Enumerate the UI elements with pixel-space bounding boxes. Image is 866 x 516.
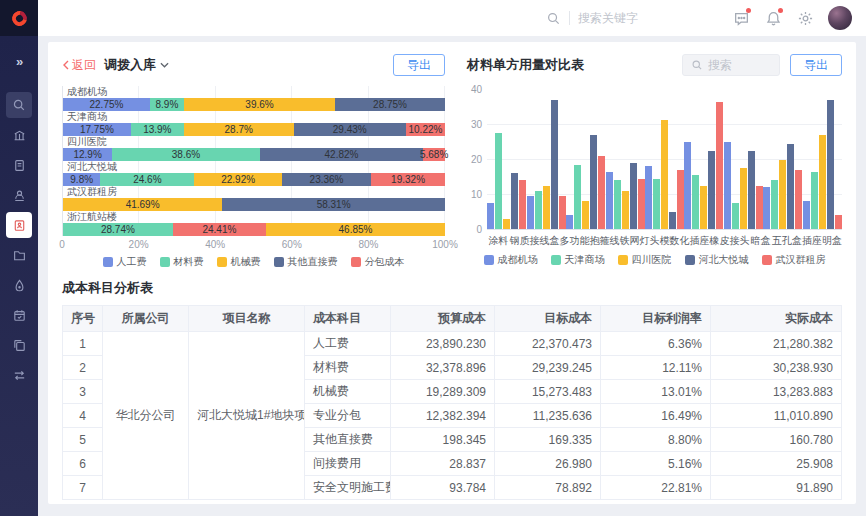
bar-河北大悦城	[669, 212, 676, 229]
building-icon	[12, 128, 27, 143]
bar-segment-材料费: 8.9%	[150, 98, 184, 111]
legend-item-武汉群租房[interactable]: 武汉群租房	[762, 253, 826, 267]
bar-天津商场	[574, 165, 581, 229]
sidebar-item-company[interactable]	[6, 122, 32, 148]
bar-segment-人工费: 17.75%	[63, 123, 131, 136]
legend-swatch	[762, 255, 772, 265]
cell-company: 华北分公司	[103, 332, 189, 500]
legend-item-材料费[interactable]: 材料费	[160, 255, 204, 269]
segment-value-label: 28.7%	[225, 124, 253, 135]
x-category-label: 多功能抱箍线	[560, 234, 620, 247]
bar-武汉群租房	[519, 180, 526, 229]
category-label: 成都机场	[63, 86, 445, 97]
bar-四川医院	[700, 186, 707, 229]
sidebar-item-files[interactable]	[6, 242, 32, 268]
sidebar-item-copies[interactable]	[6, 332, 32, 358]
segment-value-label: 24.41%	[202, 224, 236, 235]
category-label: 浙江航站楼	[63, 211, 445, 222]
legend-item-天津商场[interactable]: 天津商场	[551, 253, 605, 267]
stacked-bar-plot: 成都机场22.75%8.9%39.6%28.75%天津商场17.75%13.9%…	[62, 86, 445, 236]
cost-table-section: 成本科目分析表 序号所属公司项目名称成本科目预算成本目标成本目标利润率实际成本 …	[62, 279, 842, 500]
search-icon[interactable]	[546, 11, 561, 26]
legend-item-成都机场[interactable]: 成都机场	[484, 253, 538, 267]
segment-value-label: 22.75%	[89, 99, 123, 110]
bar-segment-分包成本: 5.68%	[423, 148, 445, 161]
x-tick-label: 20%	[129, 239, 149, 250]
legend-label: 材料费	[174, 255, 204, 269]
bar-segment-其他直接费: 42.82%	[260, 148, 424, 161]
bar-成都机场	[645, 166, 652, 229]
segment-value-label: 39.6%	[245, 99, 273, 110]
bar-四川医院	[779, 160, 786, 230]
cell-actual: 160.780	[711, 428, 842, 452]
expand-icon[interactable]: »	[6, 48, 32, 74]
gear-icon[interactable]	[794, 7, 816, 29]
stacked-bar: 22.75%8.9%39.6%28.75%	[63, 98, 445, 111]
stacked-bar-row: 四川医院12.9%38.6%42.82%5.68%	[63, 136, 445, 161]
global-search-input[interactable]	[578, 11, 674, 25]
user-avatar[interactable]	[828, 6, 852, 30]
sidebar-item-materials[interactable]	[6, 272, 32, 298]
legend-label: 天津商场	[565, 253, 605, 267]
segment-value-label: 8.9%	[155, 99, 178, 110]
bell-icon[interactable]	[762, 7, 784, 29]
bar-segment-机械费: 28.7%	[184, 123, 294, 136]
back-link[interactable]: 返回	[62, 57, 96, 74]
bar-group-插座明盒	[803, 90, 842, 229]
sidebar-item-users[interactable]	[6, 182, 32, 208]
cell-margin: 12.11%	[601, 356, 711, 380]
sidebar-item-transfer[interactable]	[6, 362, 32, 388]
cost-table: 序号所属公司项目名称成本科目预算成本目标成本目标利润率实际成本 1华北分公司河北…	[62, 305, 842, 500]
clipboard-icon	[12, 218, 27, 233]
chart-search-input[interactable]	[708, 58, 770, 72]
bar-武汉群租房	[835, 215, 842, 229]
bar-天津商场	[495, 133, 502, 229]
document-icon	[12, 158, 27, 173]
cell-target: 26.980	[495, 452, 601, 476]
segment-value-label: 17.75%	[80, 124, 114, 135]
cell-actual: 91.890	[711, 476, 842, 500]
bar-segment-分包成本: 10.22%	[406, 123, 445, 136]
sidebar-item-cost-active[interactable]	[6, 212, 32, 238]
bar-segment-机械费: 22.92%	[194, 173, 282, 186]
legend-item-分包成本[interactable]: 分包成本	[351, 255, 405, 269]
segment-value-label: 28.74%	[101, 224, 135, 235]
message-icon[interactable]	[730, 7, 752, 29]
x-category-label: 橡皮接头	[710, 234, 750, 247]
left-panel-title[interactable]: 调拨入库	[104, 56, 169, 74]
bar-group-橡皮接头	[684, 90, 723, 229]
sidebar-item-search[interactable]	[6, 92, 32, 118]
stacked-bar-row: 武汉群租房41.69%58.31%	[63, 186, 445, 211]
app-logo[interactable]	[0, 0, 38, 36]
legend-item-河北大悦城[interactable]: 河北大悦城	[685, 253, 749, 267]
sidebar-item-schedule[interactable]	[6, 302, 32, 328]
cell-actual: 13,283.883	[711, 380, 842, 404]
cost-table-header-row: 序号所属公司项目名称成本科目预算成本目标成本目标利润率实际成本	[63, 306, 842, 332]
legend-item-四川医院[interactable]: 四川医院	[618, 253, 672, 267]
cell-target: 11,235.636	[495, 404, 601, 428]
bar-河北大悦城	[827, 100, 834, 229]
sidebar-item-documents[interactable]	[6, 152, 32, 178]
logo-icon	[9, 8, 30, 29]
legend-item-其他直接费[interactable]: 其他直接费	[274, 255, 338, 269]
content-card: 返回 调拨入库 导出 成都机场22.75%8.9%39.6%28.75%天津商场…	[48, 42, 856, 504]
segment-value-label: 46.85%	[339, 224, 373, 235]
legend-item-机械费[interactable]: 机械费	[217, 255, 261, 269]
cell-budget: 12,382.394	[391, 404, 495, 428]
bar-四川医院	[582, 201, 589, 229]
legend-item-人工费[interactable]: 人工费	[103, 255, 147, 269]
legend-label: 武汉群租房	[776, 253, 826, 267]
bar-成都机场	[684, 142, 691, 229]
divider	[569, 11, 570, 25]
stacked-bar-row: 河北大悦城9.8%24.6%22.92%23.36%19.32%	[63, 161, 445, 186]
bar-segment-材料费: 28.74%	[63, 223, 173, 236]
export-button-right[interactable]: 导出	[790, 54, 842, 76]
bar-segment-人工费: 9.8%	[63, 173, 100, 186]
bar-武汉群租房	[756, 186, 763, 229]
message-badge	[746, 8, 751, 13]
segment-value-label: 28.75%	[373, 99, 407, 110]
x-category-label: 钢质接线盒	[510, 234, 560, 247]
legend-swatch	[351, 257, 361, 267]
export-button-left[interactable]: 导出	[393, 54, 445, 76]
bar-segment-分包成本: 19.32%	[371, 173, 445, 186]
